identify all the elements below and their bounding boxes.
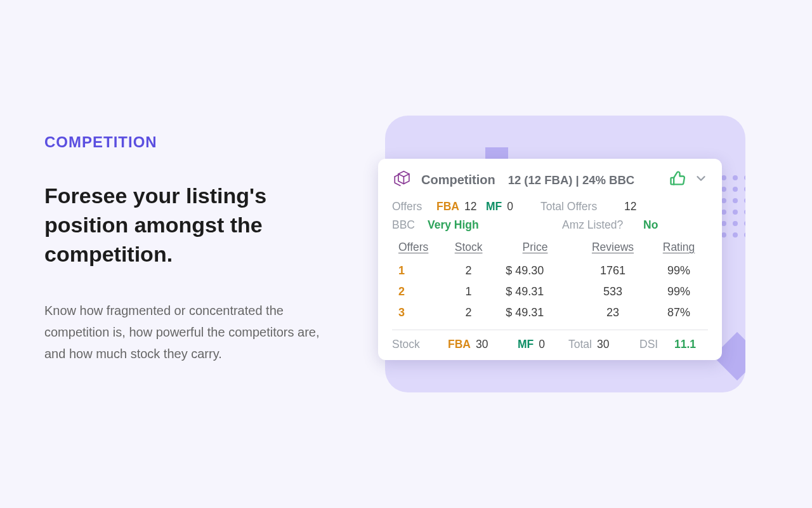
box-icon <box>392 169 414 191</box>
thumbs-up-icon[interactable] <box>669 170 686 190</box>
section-eyebrow: COMPETITION <box>44 133 336 151</box>
cell-offer: 1 <box>392 260 443 281</box>
card-header: Competition 12 (12 FBA) | 24% BBC <box>392 169 708 191</box>
cell-rating: 87% <box>650 302 708 323</box>
bbc-value: Very High <box>428 218 479 232</box>
section-headline: Foresee your listing's position amongst … <box>44 182 336 269</box>
foot-mf-label: MF <box>518 338 534 351</box>
bbc-label: BBC <box>392 218 415 232</box>
foot-fba-label: FBA <box>448 338 471 351</box>
foot-dsi-label: DSI <box>639 338 658 351</box>
card-title: Competition <box>421 173 495 187</box>
amz-listed-label: Amz Listed? <box>562 218 623 232</box>
cell-offer: 3 <box>392 302 443 323</box>
cell-reviews: 23 <box>576 302 650 323</box>
offers-summary-row: Offers FBA12 MF0 Total Offers 12 <box>392 200 708 213</box>
cell-stock: 1 <box>443 281 494 302</box>
table-row: 3 2 $ 49.31 23 87% <box>392 302 708 323</box>
fba-label: FBA <box>436 200 459 213</box>
cell-reviews: 533 <box>576 281 650 302</box>
cell-rating: 99% <box>650 260 708 281</box>
cell-reviews: 1761 <box>576 260 650 281</box>
competition-card: Competition 12 (12 FBA) | 24% BBC Offers… <box>378 159 722 360</box>
chevron-down-icon[interactable] <box>694 171 708 189</box>
col-reviews[interactable]: Reviews <box>576 237 650 260</box>
card-footer: Stock FBA30 MF0 Total30 DSI 11.1 <box>392 330 708 351</box>
col-price[interactable]: Price <box>494 237 576 260</box>
mf-value: 0 <box>507 200 513 213</box>
offers-label: Offers <box>392 200 422 213</box>
foot-mf-value: 0 <box>539 338 545 351</box>
card-summary: 12 (12 FBA) | 24% BBC <box>508 173 634 187</box>
cell-offer: 2 <box>392 281 443 302</box>
table-row: 2 1 $ 49.31 533 99% <box>392 281 708 302</box>
cell-price: $ 49.30 <box>494 260 576 281</box>
foot-total-value: 30 <box>597 338 609 351</box>
cell-stock: 2 <box>443 302 494 323</box>
total-offers-value: 12 <box>624 200 636 213</box>
amz-listed-value: No <box>643 218 658 232</box>
cell-rating: 99% <box>650 281 708 302</box>
foot-total-label: Total <box>568 338 592 351</box>
cell-price: $ 49.31 <box>494 302 576 323</box>
col-stock[interactable]: Stock <box>443 237 494 260</box>
foot-stock-label: Stock <box>392 338 420 351</box>
bbc-amz-row: BBC Very High Amz Listed? No <box>392 218 708 232</box>
section-body: Know how fragmented or concentrated the … <box>44 300 336 364</box>
foot-dsi-value: 11.1 <box>674 338 696 351</box>
col-rating[interactable]: Rating <box>650 237 708 260</box>
cell-stock: 2 <box>443 260 494 281</box>
table-row: 1 2 $ 49.30 1761 99% <box>392 260 708 281</box>
cell-price: $ 49.31 <box>494 281 576 302</box>
mf-label: MF <box>486 200 502 213</box>
offers-table: Offers Stock Price Reviews Rating 1 2 $ … <box>392 237 708 323</box>
marketing-copy: COMPETITION Foresee your listing's posit… <box>44 133 336 364</box>
table-header-row: Offers Stock Price Reviews Rating <box>392 237 708 260</box>
total-offers-label: Total Offers <box>540 200 597 213</box>
foot-fba-value: 30 <box>476 338 488 351</box>
fba-value: 12 <box>464 200 476 213</box>
col-offers[interactable]: Offers <box>392 237 443 260</box>
